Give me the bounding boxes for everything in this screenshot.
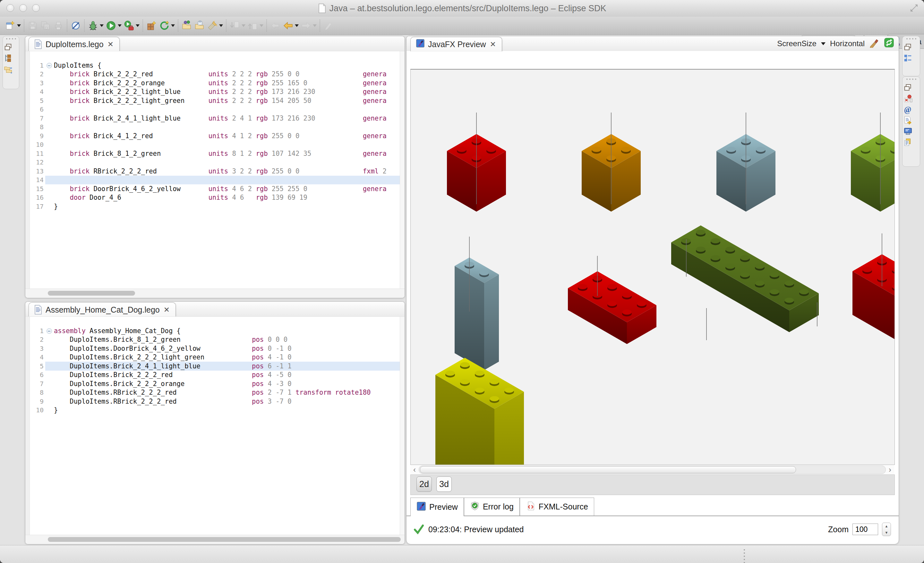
zoom-step-down-icon[interactable]: ▼ (882, 529, 891, 536)
toolbar-open-task-button[interactable] (193, 19, 206, 32)
code-line: 17} (30, 202, 400, 211)
view-3d-button[interactable]: 3d (436, 476, 452, 492)
toolbar-group (178, 19, 226, 32)
annotation-ruler (26, 317, 30, 535)
line-number: 5 (30, 362, 45, 370)
toolbar-search-button[interactable] (206, 19, 224, 32)
editor1-content[interactable]: 1DuploItems {2 brick Brick_2_2_2_red uni… (26, 51, 405, 289)
chevron-down-icon[interactable] (17, 24, 21, 27)
toolbar-prev-annotation-button (246, 19, 264, 32)
overview-ruler[interactable] (400, 317, 405, 535)
javafx-icon (417, 502, 426, 513)
toolbar-group (67, 19, 84, 32)
toolbar-back-button[interactable] (282, 19, 300, 32)
chevron-down-icon[interactable] (260, 24, 263, 27)
tab-javafx-preview[interactable]: JavaFX Preview ✕ (410, 37, 502, 51)
close-icon[interactable]: ✕ (163, 306, 170, 314)
chevron-down-icon[interactable] (171, 24, 175, 27)
scroll-left-icon[interactable]: ‹ (410, 465, 418, 474)
view-2d-button[interactable]: 2d (417, 476, 432, 492)
chevron-down-icon[interactable] (313, 24, 316, 27)
outline-icon[interactable] (903, 54, 914, 64)
fold-collapse-icon[interactable] (45, 61, 54, 70)
toolbar-new-element-button[interactable] (145, 19, 158, 32)
editor1-tabrow: DuploItems.lego ✕ (26, 36, 405, 51)
tab-assembly-home-cat-dog-lego[interactable]: Assembly_Home_Cat_Dog.lego ✕ (28, 302, 176, 317)
bottom-tab-error-log[interactable]: Error log (464, 498, 520, 515)
restore-icon[interactable] (3, 43, 14, 53)
toolbar-last-edit-button (269, 19, 282, 32)
scroll-thumb[interactable] (420, 466, 796, 473)
zoom-input[interactable] (852, 524, 878, 535)
screensize-dropdown[interactable]: ScreenSize (777, 39, 816, 48)
close-icon[interactable]: ✕ (489, 41, 496, 48)
line-number: 10 (30, 406, 45, 414)
line-number: 15 (30, 185, 45, 193)
fold-collapse-icon[interactable] (45, 326, 54, 335)
fold-column (45, 141, 54, 150)
toolbar-run-external-button[interactable] (123, 19, 141, 32)
bottom-tab-preview[interactable]: Preview (410, 498, 464, 516)
editor2-content[interactable]: 1assembly Assembly_Home_Cat_Dog {2 Duplo… (26, 316, 405, 535)
problems-icon[interactable] (903, 94, 914, 104)
chevron-down-icon[interactable] (118, 24, 122, 27)
line-number: 14 (30, 176, 45, 184)
code-line: 6 DuploItems.Brick_2_2_2_red pos 4 -5 0 (30, 371, 400, 380)
code-line: 4 brick Brick_2_2_2_light_blue units 2 2… (30, 88, 400, 96)
javafx-icon (416, 39, 425, 50)
project-explorer-icon[interactable] (3, 64, 14, 75)
toolbar-debug-button[interactable] (87, 19, 105, 32)
code-line: 16 door Door_4_6 units 4 6 rgb 139 69 19 (30, 193, 400, 202)
refresh-icon[interactable] (884, 37, 894, 50)
toolbar-generate-button[interactable] (158, 19, 176, 32)
fastbar-grip[interactable] (906, 38, 916, 39)
chevron-down-icon[interactable] (242, 24, 245, 27)
declaration-icon[interactable] (903, 116, 914, 126)
toolbar-run-button[interactable] (105, 19, 123, 32)
toolbar-save-button (26, 19, 39, 32)
restore-icon[interactable] (903, 83, 914, 93)
console-icon[interactable] (903, 127, 914, 137)
fastbar-grip[interactable] (906, 79, 916, 80)
toolbar-open-type-button[interactable] (180, 19, 193, 32)
line-number: 11 (30, 150, 45, 157)
code-line: 5 DuploItems.Brick_2_4_1_light_blue pos … (30, 362, 400, 371)
fastbar-grip[interactable] (6, 38, 16, 39)
javadoc-icon[interactable]: @ (903, 105, 914, 115)
editor1-hscrollbar[interactable] (26, 289, 405, 298)
chevron-down-icon[interactable] (136, 24, 140, 27)
fullscreen-icon[interactable] (910, 4, 918, 12)
success-check-icon (414, 524, 424, 535)
line-number: 7 (30, 114, 45, 122)
line-number: 8 (30, 389, 45, 396)
toolbar-forward-button (300, 19, 318, 32)
code-line: 3 DuploItems.DoorBrick_4_6_2_yellow pos … (30, 344, 400, 353)
restore-icon[interactable] (903, 43, 914, 53)
line-number: 17 (30, 203, 45, 210)
close-icon[interactable]: ✕ (107, 41, 114, 48)
properties-icon[interactable] (903, 138, 914, 148)
trim-grip[interactable] (744, 549, 745, 563)
tab-duploitems-lego[interactable]: DuploItems.lego ✕ (28, 37, 120, 51)
chevron-down-icon[interactable] (100, 24, 104, 27)
chevron-down-icon[interactable] (821, 42, 825, 45)
clean-icon[interactable] (869, 37, 879, 50)
package-explorer-icon[interactable] (3, 54, 14, 64)
toolbar-group (84, 19, 142, 32)
scroll-right-icon[interactable]: › (886, 465, 894, 474)
editor2-hscrollbar[interactable] (26, 535, 405, 544)
zoom-step-up-icon[interactable]: ▲ (882, 523, 891, 529)
code-line: 10 (30, 141, 400, 150)
toolbar-new-wizard-button[interactable] (4, 19, 22, 32)
overview-ruler[interactable] (400, 51, 405, 289)
toolbar-skip-breakpoints-button[interactable] (69, 19, 82, 32)
chevron-down-icon[interactable] (219, 24, 223, 27)
fold-column (45, 70, 54, 79)
scroll-track[interactable] (418, 466, 886, 474)
window-title: Java – at.bestsolution.lego.elements/src… (330, 3, 606, 13)
chevron-down-icon[interactable] (295, 24, 299, 27)
bottom-tab-fxml-source[interactable]: FXML-Source (520, 498, 594, 515)
window-title-wrap: Java – at.bestsolution.lego.elements/src… (0, 0, 924, 16)
code-line: 8 (30, 123, 400, 132)
orientation-toggle[interactable]: Horizontal (830, 39, 865, 48)
